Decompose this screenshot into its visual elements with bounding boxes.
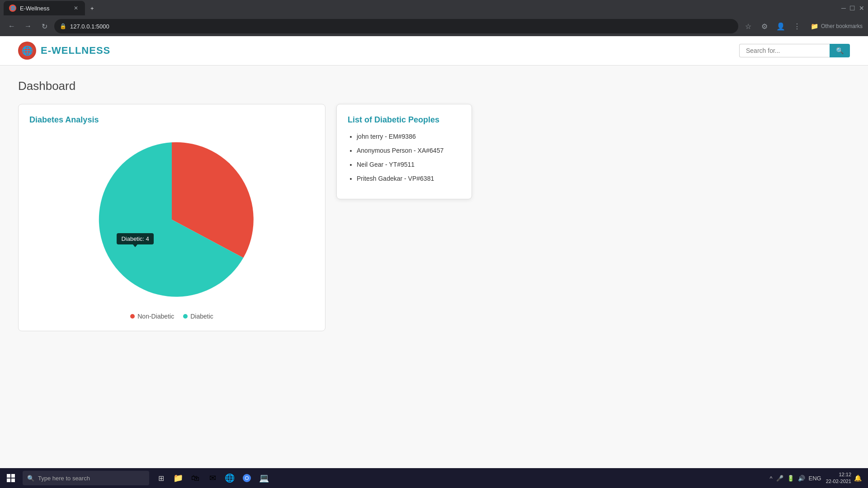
new-tab-button[interactable]: + [85,1,166,15]
minimize-button[interactable]: ─ [841,5,846,12]
svg-rect-1 [11,474,15,478]
diabetic-list: john terry - EM#9386 Anonymous Person - … [348,132,461,183]
task-view-button[interactable]: ⊞ [153,470,169,486]
list-item: Neil Gear - YT#9511 [357,160,461,169]
app-name: E-WELLNESS [41,45,110,56]
language-indicator: ENG [809,475,821,482]
app5-button[interactable]: 🌐 [222,470,238,486]
svg-rect-0 [7,474,10,478]
list-card-title: List of Diabetic Peoples [348,115,461,125]
taskbar-search-icon: 🔍 [27,475,34,482]
forward-button[interactable]: → [22,20,34,33]
page-content: 🌐 E-WELLNESS 🔍 Dashboard Diabetes Analys… [0,36,868,468]
bookmarks-bar: 📁 Other bookmarks [811,23,863,30]
maximize-button[interactable]: ☐ [849,5,855,12]
logo-icon: 🌐 [18,42,36,60]
tab-close-button[interactable]: ✕ [72,5,80,12]
bookmark-button[interactable]: ☆ [742,20,755,33]
diabetic-list-card: List of Diabetic Peoples john terry - EM… [336,104,472,199]
search-bar: 🔍 [739,44,850,57]
battery-icon: 🔋 [787,475,794,482]
main-content: Dashboard Diabetes Analysis [0,66,868,345]
taskbar-time-display: 12:12 [826,471,851,478]
search-input[interactable] [739,44,830,57]
browser-toolbar: ← → ↻ 🔒 127.0.0.1:5000 ☆ ⚙ 👤 ⋮ 📁 Other b… [0,16,868,36]
extensions-button[interactable]: ⚙ [758,20,771,33]
legend-diabetic: Diabetic [183,313,213,320]
list-item: Anonymous Person - XA#6457 [357,146,461,155]
diabetes-analysis-card: Diabetes Analysis [18,104,326,331]
close-button[interactable]: ✕ [859,5,864,12]
toolbar-actions: ☆ ⚙ 👤 ⋮ [742,20,803,33]
non-diabetic-label: Non-Diabetic [137,313,174,320]
pie-chart: Diabetic: 4 [86,134,258,305]
page-title: Dashboard [18,79,850,93]
notification-icon[interactable]: 🔔 [854,474,862,482]
non-diabetic-dot [130,314,135,319]
diabetic-dot [183,314,188,319]
taskbar-clock[interactable]: 12:12 22-02-2021 [826,471,851,485]
taskbar-search[interactable]: 🔍 Type here to search [23,471,149,485]
address-bar[interactable]: 🔒 127.0.0.1:5000 [54,19,738,33]
back-button[interactable]: ← [5,20,18,33]
active-tab[interactable]: 🌐 E-Wellness ✕ [4,1,85,15]
svg-point-6 [245,477,248,479]
reload-button[interactable]: ↻ [38,20,51,33]
taskbar: 🔍 Type here to search ⊞ 📁 🛍 ✉ 🌐 [0,468,868,488]
browser-tabs-bar: 🌐 E-Wellness ✕ + ─ ☐ ✕ [0,0,868,16]
security-icon: 🔒 [60,23,66,29]
svg-rect-3 [11,479,15,482]
url-display: 127.0.0.1:5000 [70,23,109,30]
list-item: Pritesh Gadekar - VP#6381 [357,174,461,183]
tab-favicon: 🌐 [9,5,16,12]
chart-legend: Non-Diabetic Diabetic [130,313,213,320]
mail-button[interactable]: ✉ [204,470,221,486]
start-button[interactable] [3,470,19,486]
taskbar-date-display: 22-02-2021 [826,478,851,485]
app-header: 🌐 E-WELLNESS 🔍 [0,36,868,66]
svg-rect-2 [7,479,10,482]
diabetes-card-title: Diabetes Analysis [29,115,314,125]
pie-chart-svg [86,134,258,305]
taskbar-right: ^ 🎤 🔋 🔊 ENG 12:12 22-02-2021 🔔 [769,471,865,485]
browser-window: 🌐 E-Wellness ✕ + ─ ☐ ✕ ← → ↻ 🔒 127.0.0.1… [0,0,868,488]
system-tray-arrow[interactable]: ^ [769,475,772,482]
file-explorer-button[interactable]: 📁 [170,470,186,486]
search-button[interactable]: 🔍 [830,44,850,57]
profile-button[interactable]: 👤 [774,20,787,33]
app-logo: 🌐 E-WELLNESS [18,42,110,60]
volume-icon: 🔊 [798,475,805,482]
mic-icon: 🎤 [776,475,783,482]
chrome-button[interactable] [239,470,255,486]
chart-container: Diabetic: 4 Non-Diabetic Diabetic [29,134,314,320]
taskbar-search-text: Type here to search [38,475,90,482]
dashboard-grid: Diabetes Analysis [18,104,850,331]
tab-title: E-Wellness [20,5,50,12]
diabetic-label: Diabetic [190,313,213,320]
store-button[interactable]: 🛍 [187,470,203,486]
menu-button[interactable]: ⋮ [791,20,803,33]
app7-button[interactable]: 💻 [256,470,272,486]
taskbar-system-icons: ^ 🎤 🔋 🔊 ENG [769,475,821,482]
list-item: john terry - EM#9386 [357,132,461,141]
taskbar-apps: ⊞ 📁 🛍 ✉ 🌐 [153,470,272,486]
legend-non-diabetic: Non-Diabetic [130,313,174,320]
